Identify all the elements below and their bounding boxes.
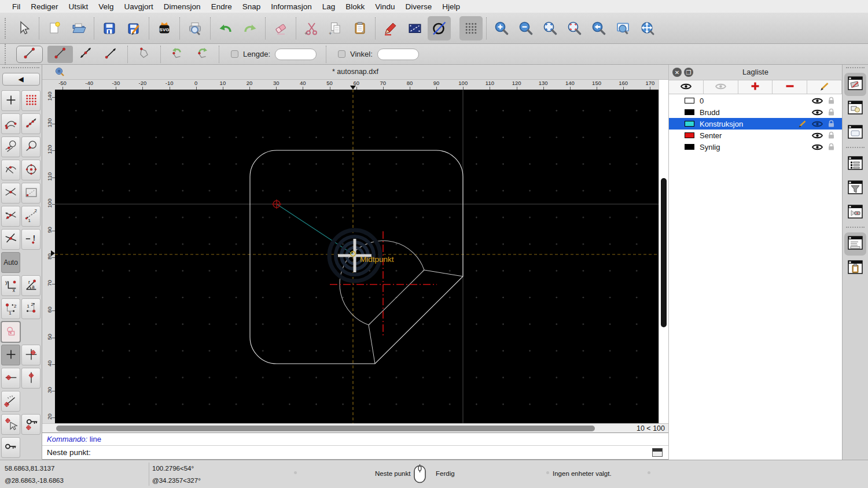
- polyline-button[interactable]: [131, 46, 157, 63]
- save-as-file-button[interactable]: [122, 16, 145, 40]
- layer-lock-icon[interactable]: [827, 131, 835, 139]
- open-file-button[interactable]: [67, 16, 90, 40]
- menu-endre[interactable]: Endre: [206, 2, 237, 11]
- construction-mode-button[interactable]: [428, 16, 451, 40]
- snap-intersection[interactable]: [1, 183, 20, 204]
- palette-back-button[interactable]: ◀: [2, 73, 40, 86]
- layer-visibility-icon[interactable]: [812, 143, 823, 151]
- layer-visibility-icon[interactable]: [812, 132, 823, 139]
- restrict-orthogonal[interactable]: [21, 345, 41, 365]
- zoom-select-button[interactable]: [563, 16, 586, 40]
- restrict-ortho-box[interactable]: [1, 321, 20, 342]
- layer-lock-icon[interactable]: [827, 120, 835, 128]
- snap-on-entity[interactable]: [21, 113, 41, 134]
- snap-tangent[interactable]: [1, 136, 20, 157]
- remove-layer-button[interactable]: [773, 80, 807, 94]
- vinkel-input[interactable]: [377, 49, 419, 60]
- menu-hjelp[interactable]: Hjelp: [437, 2, 465, 11]
- snap-distance-box[interactable]: [21, 183, 41, 204]
- cut-button[interactable]: +: [300, 16, 323, 40]
- edit-layer-button[interactable]: [807, 80, 842, 94]
- print-preview-button[interactable]: [183, 16, 207, 40]
- layer-lock-icon[interactable]: [827, 97, 835, 105]
- zoom-pan-button[interactable]: [636, 16, 659, 40]
- dock-entity-list-toggle[interactable]: [844, 153, 866, 176]
- command-input-line[interactable]: Neste punkt:: [42, 445, 668, 460]
- menu-fil[interactable]: Fil: [7, 2, 25, 11]
- snap-grid[interactable]: [21, 90, 41, 111]
- layer-lock-icon[interactable]: [827, 108, 835, 116]
- line-arrow-button[interactable]: [98, 46, 124, 63]
- rel-points-12[interactable]: 12: [1, 298, 20, 319]
- dock-command-toggle[interactable]: [844, 232, 866, 256]
- snap-free[interactable]: [1, 90, 20, 111]
- undo-sequence-button[interactable]: [164, 46, 190, 63]
- menu-blokk[interactable]: Blokk: [340, 2, 370, 11]
- layer-row-konstruksjon[interactable]: Konstruksjon: [669, 118, 842, 130]
- snap-intersection-manual[interactable]: [1, 206, 20, 227]
- layer-row-synlig[interactable]: Synlig: [669, 141, 842, 153]
- layer-row-brudd[interactable]: Brudd: [669, 106, 842, 118]
- menu-uavgjort[interactable]: Uavgjort: [119, 2, 159, 11]
- layer-row-0[interactable]: 0: [669, 95, 842, 106]
- lengde-input[interactable]: [275, 49, 317, 60]
- layer-lock-icon[interactable]: [827, 143, 835, 151]
- menu-velg[interactable]: Velg: [93, 2, 119, 11]
- layer-row-senter[interactable]: Senter: [669, 130, 842, 141]
- snap-center[interactable]: [21, 160, 41, 180]
- set-relative-zero[interactable]: [1, 414, 20, 435]
- restrict-cross[interactable]: [1, 229, 20, 250]
- snap-perpendicular[interactable]: [21, 136, 41, 157]
- layer-edit-icon[interactable]: [798, 120, 807, 128]
- layer-visibility-icon[interactable]: [812, 120, 823, 128]
- menu-informasjon[interactable]: Informasjon: [266, 2, 317, 11]
- export-svg-button[interactable]: SVG: [153, 16, 176, 40]
- snap-endpoints[interactable]: [1, 113, 20, 134]
- zoom-out-button[interactable]: [514, 16, 538, 40]
- dock-filter-toggle[interactable]: [844, 177, 866, 200]
- zoom-window-button[interactable]: [612, 16, 635, 40]
- copy-button[interactable]: +: [324, 16, 347, 40]
- snap-middle[interactable]: [1, 160, 20, 180]
- zoom-auto-button[interactable]: [539, 16, 562, 40]
- add-layer-button[interactable]: [738, 80, 773, 94]
- restrict-vertical[interactable]: [21, 368, 41, 389]
- menu-lag[interactable]: Lag: [317, 2, 341, 11]
- menu-rediger[interactable]: Rediger: [25, 2, 63, 11]
- angle-gauge[interactable]: [1, 391, 20, 412]
- keyboard-toggle-icon[interactable]: [652, 448, 663, 457]
- horizontal-scrollbar-thumb[interactable]: [56, 426, 595, 431]
- save-file-button[interactable]: [98, 16, 121, 40]
- vertical-scrollbar-thumb[interactable]: [661, 178, 667, 327]
- coord-polar[interactable]: ra: [21, 275, 41, 296]
- select-arrow-button[interactable]: [12, 16, 35, 40]
- menu-vindu[interactable]: Vindu: [370, 2, 400, 11]
- paste-button[interactable]: [348, 16, 372, 40]
- erase-button[interactable]: [269, 16, 292, 40]
- dock-block-list-toggle[interactable]: [844, 97, 866, 120]
- menu-utsikt[interactable]: Utsikt: [64, 2, 94, 11]
- undo-button[interactable]: [214, 16, 237, 40]
- dock-clipboard-toggle[interactable]: [844, 257, 866, 280]
- show-all-layers-button[interactable]: [669, 80, 704, 94]
- zoom-in-button[interactable]: [490, 16, 513, 40]
- menu-snap[interactable]: Snap: [237, 2, 266, 11]
- lock-relative-zero[interactable]: [21, 414, 41, 435]
- snap-nothing[interactable]: !: [21, 229, 41, 250]
- menu-diverse[interactable]: Diverse: [400, 2, 437, 11]
- hide-all-layers-button[interactable]: [704, 80, 738, 94]
- lock-tool[interactable]: [1, 437, 20, 458]
- draft-mode-button[interactable]: [403, 16, 426, 40]
- vinkel-checkbox[interactable]: [338, 50, 345, 58]
- vertical-scrollbar[interactable]: [659, 80, 668, 423]
- zoom-previous-button[interactable]: [587, 16, 610, 40]
- drawing-canvas[interactable]: Midtpunkt: [55, 90, 659, 423]
- snap-distance-points[interactable]: 12: [21, 206, 41, 227]
- menu-dimensjon[interactable]: Dimensjon: [159, 2, 206, 11]
- auto-button[interactable]: Auto: [1, 252, 20, 273]
- lengde-checkbox[interactable]: [231, 50, 238, 58]
- dock-library-toggle[interactable]: [844, 121, 866, 145]
- redo-sequence-button[interactable]: [190, 46, 215, 63]
- draw-pencil-button[interactable]: [379, 16, 402, 40]
- rel-points-21[interactable]: 12: [21, 298, 41, 319]
